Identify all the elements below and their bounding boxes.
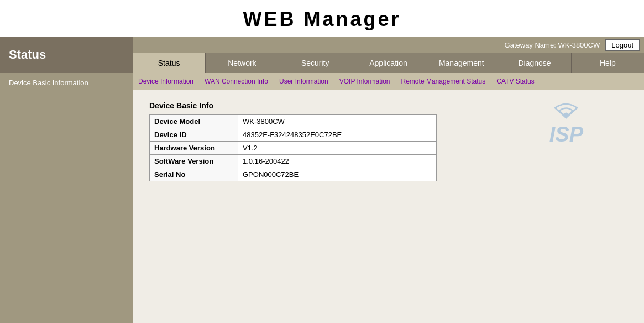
- device-info-table: Device ModelWK-3800CWDevice ID48352E-F32…: [149, 114, 437, 181]
- subnav-voip-info[interactable]: VOIP Information: [334, 75, 396, 87]
- device-basic-info-title: Device Basic Info: [149, 101, 627, 110]
- logout-button[interactable]: Logout: [605, 39, 640, 51]
- right-panel: Gateway Name: WK-3800CW Logout Status Ne…: [133, 37, 644, 323]
- gateway-name-label: Gateway Name: WK-3800CW: [505, 41, 600, 49]
- sidebar-item-device-basic[interactable]: Device Basic Information: [0, 73, 133, 92]
- content-area: Device Basic Info Device ModelWK-3800CWD…: [133, 90, 644, 323]
- table-row: Serial NoGPON000C72BE: [150, 168, 437, 181]
- tab-management[interactable]: Management: [425, 53, 498, 73]
- table-cell-value: WK-3800CW: [238, 115, 437, 128]
- table-cell-label: Device ID: [150, 128, 238, 142]
- tab-application[interactable]: Application: [352, 53, 425, 73]
- content-wrapper: Device Basic Info Device ModelWK-3800CWD…: [149, 101, 627, 181]
- table-cell-label: Hardware Version: [150, 142, 238, 155]
- watermark-icon-area: [549, 96, 583, 126]
- table-cell-value: V1.2: [238, 142, 437, 155]
- table-cell-label: SoftWare Version: [150, 155, 238, 168]
- tab-network[interactable]: Network: [206, 53, 279, 73]
- sidebar: Status Device Basic Information: [0, 37, 133, 323]
- subnav-device-info[interactable]: Device Information: [133, 75, 199, 87]
- table-row: Device ModelWK-3800CW: [150, 115, 437, 128]
- subnav-wan-connection[interactable]: WAN Connection Info: [199, 75, 274, 87]
- subnav-user-info[interactable]: User Information: [274, 75, 334, 87]
- table-cell-value: 48352E-F324248352E0C72BE: [238, 128, 437, 142]
- page-title: WEB Manager: [0, 0, 644, 37]
- top-bar: Gateway Name: WK-3800CW Logout: [133, 37, 644, 53]
- tab-help[interactable]: Help: [572, 53, 644, 73]
- tab-diagnose[interactable]: Diagnose: [498, 53, 571, 73]
- table-row: SoftWare Version1.0.16-200422: [150, 155, 437, 168]
- table-row: Device ID48352E-F324248352E0C72BE: [150, 128, 437, 142]
- table-cell-value: GPON000C72BE: [238, 168, 437, 181]
- nav-tabs: Status Network Security Application Mana…: [133, 53, 644, 73]
- subnav-remote-mgmt[interactable]: Remote Management Status: [396, 75, 491, 87]
- tab-security[interactable]: Security: [279, 53, 352, 73]
- watermark-text: ISP: [549, 123, 583, 147]
- tab-status[interactable]: Status: [133, 53, 206, 73]
- sub-nav: Device Information WAN Connection Info U…: [133, 73, 644, 90]
- table-cell-label: Serial No: [150, 168, 238, 181]
- device-info-tbody: Device ModelWK-3800CWDevice ID48352E-F32…: [150, 115, 437, 181]
- sidebar-title: Status: [0, 37, 133, 73]
- subnav-catv-status[interactable]: CATV Status: [491, 75, 540, 87]
- table-cell-label: Device Model: [150, 115, 238, 128]
- table-cell-value: 1.0.16-200422: [238, 155, 437, 168]
- table-row: Hardware VersionV1.2: [150, 142, 437, 155]
- main-layout: Status Device Basic Information Gateway …: [0, 37, 644, 323]
